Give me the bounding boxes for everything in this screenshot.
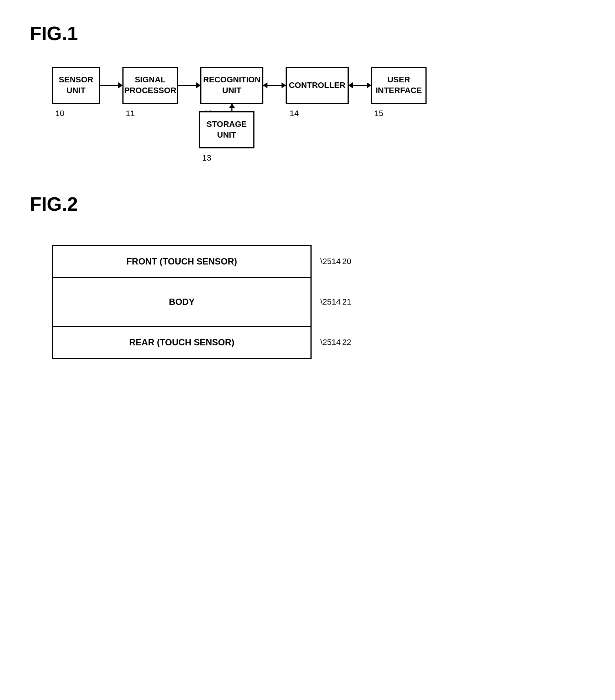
recognition-unit-block: RECOGNITIONUNIT 12 <box>200 67 263 104</box>
fig2-rear-row: REAR (TOUCH SENSOR) 22 <box>53 326 310 358</box>
sensor-unit-label: SENSORUNIT <box>59 75 93 96</box>
fig2-front-id-label: 20 <box>320 257 351 266</box>
signal-processor-label: SIGNALPROCESSOR <box>124 75 177 96</box>
fig2-front-id: 20 <box>342 257 351 266</box>
fig2-title: FIG.2 <box>30 193 585 215</box>
sensor-unit-id: 10 <box>55 108 64 119</box>
fig1-diagram: SENSORUNIT 10 SIGNALPROCESSOR 11 RECOGNI… <box>30 67 585 148</box>
arrow-signal-to-recognition <box>178 85 200 86</box>
controller-label: CONTROLLER <box>289 80 346 91</box>
fig1-title: FIG.1 <box>30 22 585 45</box>
storage-unit-label: STORAGEUNIT <box>207 119 247 140</box>
user-interface-block: USERINTERFACE 15 <box>371 67 427 104</box>
controller-id: 14 <box>290 108 299 119</box>
fig1-section: FIG.1 SENSORUNIT 10 SIGNALPROCESSOR 11 <box>30 22 585 148</box>
signal-processor-block: SIGNALPROCESSOR 11 <box>122 67 178 104</box>
sensor-unit-block: SENSORUNIT 10 <box>52 67 100 104</box>
fig2-body-row: BODY 21 <box>53 278 310 326</box>
fig2-outer-box: FRONT (TOUCH SENSOR) 20 BODY 21 REAR (TO… <box>52 245 312 359</box>
arrow-recognition-to-controller <box>263 85 286 86</box>
storage-unit-id: 13 <box>202 153 211 164</box>
vert-arrow-up <box>229 103 235 108</box>
recognition-unit-label: RECOGNITIONUNIT <box>203 75 260 96</box>
arrow-controller-to-ui <box>349 85 371 86</box>
signal-processor-id: 11 <box>126 108 135 119</box>
fig2-rear-id: 22 <box>342 338 351 347</box>
fig1-main-row: SENSORUNIT 10 SIGNALPROCESSOR 11 RECOGNI… <box>52 67 585 104</box>
storage-unit-block: STORAGEUNIT 13 <box>199 111 254 148</box>
page: FIG.1 SENSORUNIT 10 SIGNALPROCESSOR 11 <box>0 0 615 700</box>
fig2-body-id-label: 21 <box>320 297 351 307</box>
fig2-front-label: FRONT (TOUCH SENSOR) <box>126 256 237 266</box>
controller-block: CONTROLLER 14 <box>286 67 349 104</box>
fig2-diagram: FRONT (TOUCH SENSOR) 20 BODY 21 REAR (TO… <box>30 245 585 359</box>
fig2-rear-id-label: 22 <box>320 338 351 347</box>
fig2-body-id: 21 <box>342 297 351 307</box>
user-interface-id: 15 <box>374 108 383 119</box>
fig2-body-label: BODY <box>169 297 194 307</box>
fig2-section: FIG.2 FRONT (TOUCH SENSOR) 20 BODY 21 <box>30 193 585 359</box>
fig2-front-row: FRONT (TOUCH SENSOR) 20 <box>53 246 310 278</box>
fig2-rear-label: REAR (TOUCH SENSOR) <box>129 337 234 347</box>
user-interface-label: USERINTERFACE <box>376 75 422 96</box>
arrow-sensor-to-signal <box>100 85 122 86</box>
